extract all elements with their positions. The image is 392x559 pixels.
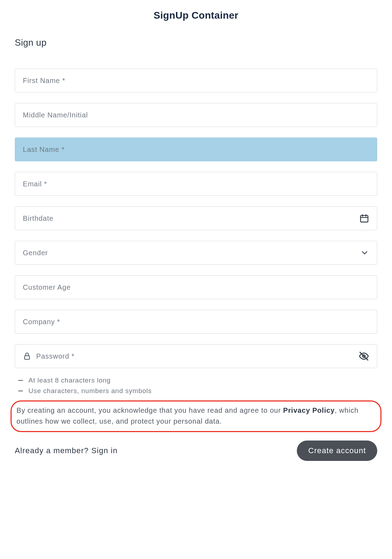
chevron-down-icon[interactable] (360, 248, 369, 257)
signin-link[interactable]: Already a member? Sign in (15, 446, 118, 455)
eye-off-icon[interactable] (359, 351, 369, 361)
first-name-label: First Name * (23, 77, 65, 85)
last-name-label: Last Name * (23, 146, 65, 154)
signup-heading: Sign up (15, 37, 377, 48)
customer-age-label: Customer Age (23, 283, 71, 291)
password-hint-row: At least 8 characters long (18, 377, 377, 384)
password-field[interactable]: Password * (15, 344, 377, 368)
company-label: Company * (23, 318, 60, 326)
privacy-prefix: By creating an account, you acknowledge … (17, 406, 283, 414)
create-account-button[interactable]: Create account (297, 441, 377, 461)
dash-icon (18, 391, 23, 391)
middle-name-label: Middle Name/Initial (23, 111, 88, 119)
password-hint-row: Use characters, numbers and symbols (18, 387, 377, 395)
svg-rect-4 (25, 356, 30, 359)
birthdate-field[interactable]: Birthdate (15, 206, 377, 230)
dash-icon (18, 380, 23, 381)
first-name-field[interactable]: First Name * (15, 69, 377, 92)
last-name-field[interactable]: Last Name * (15, 137, 377, 161)
gender-field[interactable]: Gender (15, 241, 377, 265)
footer-row: Already a member? Sign in Create account (15, 441, 377, 461)
lock-icon (23, 352, 31, 360)
email-field[interactable]: Email * (15, 172, 377, 196)
customer-age-field[interactable]: Customer Age (15, 275, 377, 299)
password-hint-text: At least 8 characters long (28, 377, 111, 384)
email-label: Email * (23, 180, 47, 188)
svg-rect-0 (361, 216, 368, 222)
middle-name-field[interactable]: Middle Name/Initial (15, 103, 377, 127)
gender-label: Gender (23, 249, 48, 257)
company-field[interactable]: Company * (15, 310, 377, 334)
birthdate-label: Birthdate (23, 214, 53, 223)
password-hints: At least 8 characters long Use character… (15, 377, 377, 395)
password-hint-text: Use characters, numbers and symbols (28, 387, 152, 395)
page-title: SignUp Container (15, 10, 377, 21)
password-label: Password * (36, 352, 74, 360)
calendar-icon[interactable] (359, 213, 369, 223)
privacy-policy-link[interactable]: Privacy Policy (283, 406, 335, 414)
privacy-notice: By creating an account, you acknowledge … (11, 400, 381, 432)
privacy-text: By creating an account, you acknowledge … (17, 405, 375, 427)
